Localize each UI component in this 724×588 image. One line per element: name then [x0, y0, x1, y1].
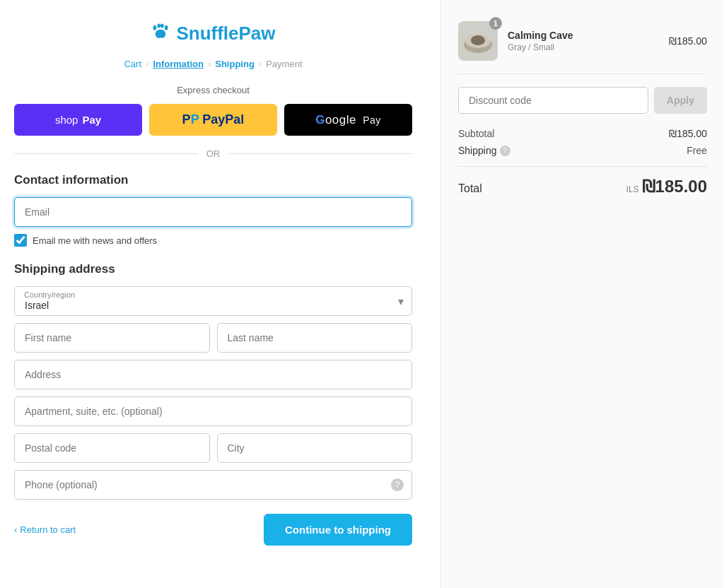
divider-line-right	[228, 153, 412, 154]
logo-area: SnufflePaw	[14, 21, 412, 46]
country-select-wrapper[interactable]: Country/region Israel United States Unit…	[14, 286, 412, 316]
discount-code-input[interactable]	[458, 87, 648, 114]
contact-section-title: Contact information	[14, 173, 412, 187]
name-row	[14, 323, 412, 360]
discount-row: Apply	[458, 87, 707, 114]
country-group: Country/region Israel United States Unit…	[14, 286, 412, 316]
address-input[interactable]	[14, 360, 412, 389]
svg-point-0	[153, 25, 157, 30]
email-news-label[interactable]: Email me with news and offers	[33, 235, 157, 246]
product-name: Calming Cave	[508, 30, 669, 41]
total-label: Total	[458, 182, 482, 195]
back-arrow-icon: ‹	[14, 524, 17, 535]
postal-city-row	[14, 433, 412, 470]
total-symbol: ₪	[642, 177, 655, 196]
phone-group: ?	[14, 470, 412, 500]
apartment-input[interactable]	[14, 396, 412, 426]
apartment-group	[14, 396, 412, 426]
svg-point-3	[165, 25, 168, 30]
product-variant: Gray / Small	[508, 42, 669, 52]
total-value-wrap: ILS ₪185.00	[626, 177, 707, 196]
shop-pay-button[interactable]: shop Pay	[14, 104, 142, 136]
subtotal-value: ₪185.00	[669, 128, 707, 139]
separator-1: ›	[146, 59, 148, 69]
google-pay-text: Google Pay	[315, 113, 381, 127]
email-news-row: Email me with news and offers	[14, 234, 412, 247]
product-price: ₪185.00	[669, 35, 707, 47]
svg-point-1	[158, 24, 161, 28]
shipping-label-wrap: Shipping ?	[458, 145, 510, 156]
total-number: 185.00	[655, 177, 707, 196]
first-name-input[interactable]	[14, 323, 210, 353]
shipping-section-title: Shipping address	[14, 262, 412, 276]
return-to-cart-link[interactable]: ‹ Return to cart	[14, 524, 76, 535]
continue-to-shipping-button[interactable]: Continue to shipping	[264, 514, 412, 546]
country-select[interactable]: Israel United States United Kingdom	[14, 286, 412, 316]
shop-pay-pay: Pay	[82, 114, 101, 126]
shipping-row: Shipping ? Free	[458, 145, 707, 156]
divider-or: OR	[14, 148, 412, 159]
postal-group	[14, 433, 210, 463]
bottom-actions: ‹ Return to cart Continue to shipping	[14, 514, 412, 546]
phone-help-icon[interactable]: ?	[391, 478, 404, 491]
breadcrumb-cart[interactable]: Cart	[124, 59, 141, 69]
total-amount: ₪185.00	[642, 177, 707, 196]
last-name-input[interactable]	[217, 323, 413, 353]
product-info: Calming Cave Gray / Small	[498, 30, 669, 52]
subtotal-row: Subtotal ₪185.00	[458, 128, 707, 139]
breadcrumb: Cart › Information › Shipping › Payment	[14, 59, 412, 69]
shop-pay-shop: shop	[55, 114, 78, 126]
total-row: Total ILS ₪185.00	[458, 166, 707, 196]
google-pay-button[interactable]: Google Pay	[284, 104, 412, 136]
first-name-group	[14, 323, 210, 353]
email-input[interactable]	[14, 197, 412, 227]
svg-point-2	[160, 24, 164, 28]
paypal-text: PP PayPal	[182, 112, 245, 127]
subtotal-label: Subtotal	[458, 128, 494, 139]
express-checkout-label: Express checkout	[14, 85, 412, 95]
last-name-group	[217, 323, 413, 353]
brand-name: SnufflePaw	[176, 23, 275, 45]
shipping-value: Free	[687, 145, 707, 156]
product-row: 1 Calming Cave Gray / Small ₪185.00	[458, 21, 707, 74]
or-text: OR	[206, 148, 221, 159]
phone-input[interactable]	[14, 470, 412, 500]
paw-icon	[151, 21, 170, 46]
breadcrumb-payment: Payment	[266, 59, 302, 69]
email-group	[14, 197, 412, 227]
breadcrumb-shipping: Shipping	[215, 59, 255, 69]
city-group	[217, 433, 413, 463]
express-checkout-buttons: shop Pay PP PayPal Google Pay	[14, 104, 412, 136]
shipping-help-icon[interactable]: ?	[500, 146, 510, 156]
paypal-button[interactable]: PP PayPal	[149, 104, 277, 136]
address-group	[14, 360, 412, 389]
separator-2: ›	[208, 59, 211, 69]
product-image-wrapper: 1	[458, 21, 498, 61]
apply-discount-button[interactable]: Apply	[654, 87, 707, 114]
phone-wrapper: ?	[14, 470, 412, 500]
return-label: Return to cart	[20, 524, 76, 535]
postal-input[interactable]	[14, 433, 210, 463]
city-input[interactable]	[217, 433, 413, 463]
total-currency: ILS	[626, 184, 639, 194]
shipping-label: Shipping	[458, 145, 497, 156]
separator-3: ›	[259, 59, 262, 69]
svg-point-6	[471, 35, 485, 45]
breadcrumb-information[interactable]: Information	[153, 59, 204, 69]
order-summary-panel: 1 Calming Cave Gray / Small ₪185.00 Appl…	[441, 0, 724, 588]
divider-line-left	[14, 153, 198, 154]
email-news-checkbox[interactable]	[14, 234, 27, 247]
product-badge: 1	[489, 17, 502, 30]
